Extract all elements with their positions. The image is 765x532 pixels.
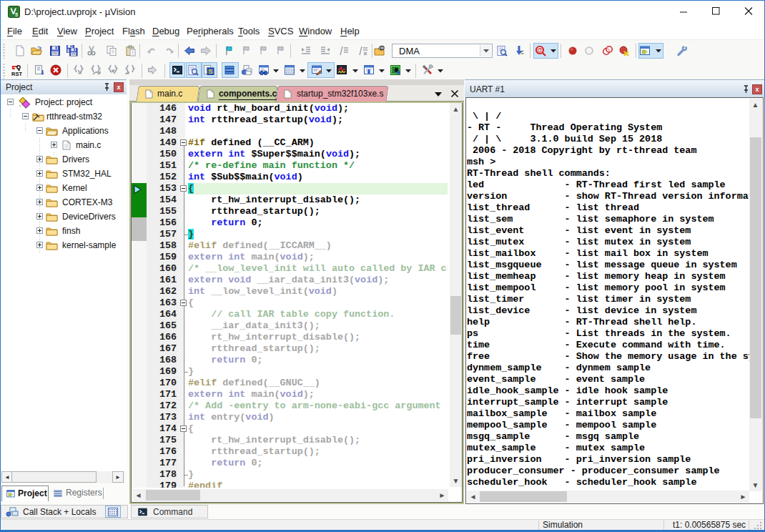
- svg-text:@: @: [537, 46, 543, 54]
- svg-text:5: 5: [15, 12, 18, 17]
- svg-text:RST: RST: [11, 71, 22, 77]
- svg-text:S: S: [208, 67, 212, 75]
